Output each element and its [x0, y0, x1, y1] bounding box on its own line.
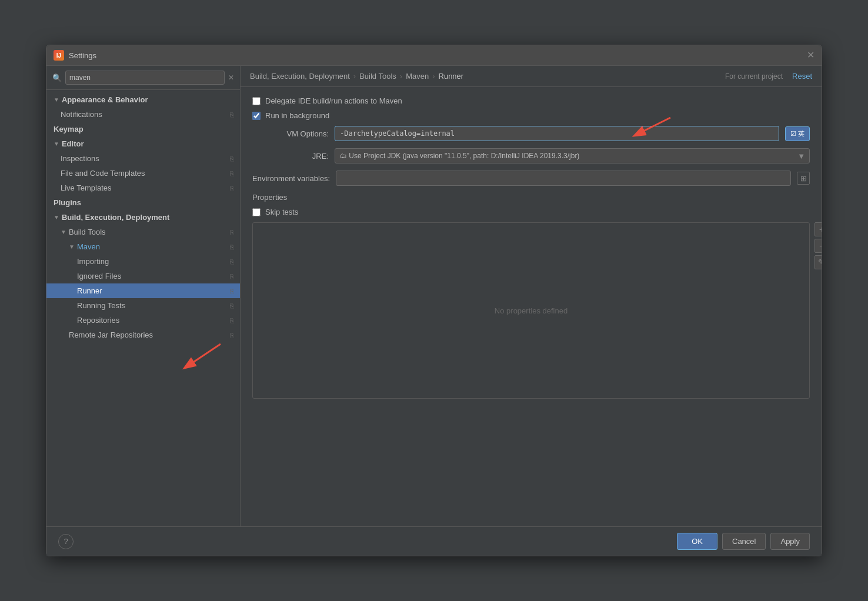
remove-property-button[interactable]: −: [814, 239, 822, 253]
dialog-body: 🔍 ✕ ▼ Appearance & Behavior Notification…: [46, 66, 822, 526]
env-vars-label: Environment variables:: [252, 174, 330, 183]
breadcrumb-bar: Build, Execution, Deployment › Build Too…: [241, 66, 822, 87]
sidebar-item-label: Importing: [77, 257, 109, 266]
main-content: Build, Execution, Deployment › Build Too…: [241, 66, 822, 526]
settings-tree: ▼ Appearance & Behavior Notifications ⎘ …: [46, 90, 240, 526]
copy-icon: ⎘: [230, 288, 234, 295]
sidebar-item-label: Build, Execution, Deployment: [62, 213, 169, 222]
sidebar-item-build-tools[interactable]: ▼ Build Tools ⎘: [46, 225, 240, 239]
no-properties-text: No properties defined: [495, 306, 567, 315]
env-vars-input[interactable]: [336, 171, 791, 186]
sidebar-item-label: Remote Jar Repositories: [69, 330, 153, 339]
sidebar-item-editor[interactable]: ▼ Editor: [46, 136, 240, 151]
vm-options-input[interactable]: [335, 126, 779, 141]
cancel-button[interactable]: Cancel: [722, 533, 766, 550]
add-property-button[interactable]: +: [814, 222, 822, 236]
delegate-label[interactable]: Delegate IDE build/run actions to Maven: [265, 96, 402, 105]
sidebar-item-inspections[interactable]: Inspections ⎘: [46, 151, 240, 166]
sidebar-item-remote-jar-repos[interactable]: Remote Jar Repositories ⎘: [46, 328, 240, 342]
delegate-checkbox[interactable]: [252, 97, 261, 105]
sidebar-item-label: Repositories: [77, 316, 119, 325]
footer-buttons: OK Cancel Apply: [677, 533, 810, 550]
for-current-project-label: For current project: [725, 72, 783, 81]
search-clear-icon[interactable]: ✕: [228, 74, 234, 82]
sidebar-item-repositories[interactable]: Repositories ⎘: [46, 313, 240, 328]
background-label[interactable]: Run in background: [265, 111, 329, 120]
breadcrumb-sep: ›: [432, 72, 435, 81]
jre-row: JRE: 🗂 Use Project JDK (java version "11…: [252, 148, 810, 163]
delegate-row: Delegate IDE build/run actions to Maven: [252, 96, 810, 105]
breadcrumb-sep: ›: [353, 72, 356, 81]
expand-icon: ▼: [54, 141, 59, 147]
sidebar-item-maven[interactable]: ▼ Maven ⎘: [46, 239, 240, 254]
edit-property-button[interactable]: ✎: [814, 255, 822, 269]
breadcrumb-actions: For current project Reset: [725, 72, 812, 81]
title-bar: IJ Settings ✕: [46, 45, 822, 66]
vm-extra-button[interactable]: ☑ 英: [785, 126, 810, 141]
sidebar-item-ignored-files[interactable]: Ignored Files ⎘: [46, 269, 240, 283]
search-box: 🔍 ✕: [46, 66, 240, 90]
copy-icon: ⎘: [230, 273, 234, 280]
close-button[interactable]: ✕: [807, 51, 814, 60]
jre-label: JRE:: [252, 152, 329, 161]
sidebar-item-label: Live Templates: [61, 183, 111, 192]
apply-button[interactable]: Apply: [770, 533, 810, 550]
sidebar-item-importing[interactable]: Importing ⎘: [46, 254, 240, 269]
jre-select[interactable]: 🗂 Use Project JDK (java version "11.0.5"…: [335, 148, 810, 163]
background-checkbox[interactable]: [252, 112, 261, 120]
breadcrumb-part-3: Maven: [406, 72, 429, 81]
copy-icon: ⎘: [230, 155, 234, 162]
expand-icon: ▼: [69, 243, 75, 250]
ok-button[interactable]: OK: [677, 533, 717, 550]
sidebar-item-label: File and Code Templates: [61, 169, 145, 178]
search-input[interactable]: [65, 71, 225, 85]
sidebar: 🔍 ✕ ▼ Appearance & Behavior Notification…: [46, 66, 241, 526]
properties-section-title: Properties: [252, 193, 810, 202]
properties-toolbar: + − ✎: [814, 222, 822, 269]
expand-icon: ▼: [54, 96, 59, 103]
sidebar-item-file-code-templates[interactable]: File and Code Templates ⎘: [46, 166, 240, 181]
env-vars-edit-button[interactable]: ⊞: [797, 172, 810, 185]
sidebar-item-live-templates[interactable]: Live Templates ⎘: [46, 181, 240, 195]
sidebar-item-running-tests[interactable]: Running Tests ⎘: [46, 298, 240, 313]
content-area: Delegate IDE build/run actions to Maven …: [241, 87, 822, 526]
sidebar-item-appearance[interactable]: ▼ Appearance & Behavior: [46, 92, 240, 107]
app-icon: IJ: [54, 50, 64, 61]
copy-icon: ⎘: [230, 170, 234, 177]
expand-icon: ▼: [54, 214, 59, 221]
skip-tests-checkbox[interactable]: [252, 208, 261, 216]
copy-icon: ⎘: [230, 111, 234, 118]
sidebar-item-keymap[interactable]: Keymap: [46, 122, 240, 136]
reset-button[interactable]: Reset: [792, 72, 812, 81]
vm-options-input-container: [335, 126, 779, 141]
sidebar-item-label: Plugins: [54, 198, 81, 207]
dialog-title: Settings: [69, 51, 96, 60]
sidebar-item-label: Runner: [77, 286, 102, 295]
skip-tests-label[interactable]: Skip tests: [265, 208, 298, 216]
search-icon: 🔍: [52, 74, 62, 82]
sidebar-item-notifications[interactable]: Notifications ⎘: [46, 107, 240, 122]
sidebar-item-plugins[interactable]: Plugins: [46, 195, 240, 210]
vm-options-row: VM Options: ☑ 英: [252, 126, 810, 141]
breadcrumb: Build, Execution, Deployment › Build Too…: [250, 72, 463, 81]
sidebar-item-label: Notifications: [61, 110, 102, 119]
copy-icon: ⎘: [230, 302, 234, 309]
copy-icon: ⎘: [230, 317, 234, 324]
help-button[interactable]: ?: [58, 534, 74, 549]
copy-icon: ⎘: [230, 332, 234, 339]
sidebar-item-label: Running Tests: [77, 301, 125, 310]
sidebar-item-build-exec-deploy[interactable]: ▼ Build, Execution, Deployment: [46, 210, 240, 225]
breadcrumb-part-4: Runner: [439, 72, 464, 81]
properties-section: No properties defined + − ✎: [252, 222, 810, 399]
title-bar-left: IJ Settings: [54, 50, 96, 61]
sidebar-item-runner[interactable]: Runner ⎘: [46, 283, 240, 298]
sidebar-item-label: Keymap: [54, 125, 84, 133]
breadcrumb-part-2: Build Tools: [359, 72, 396, 81]
dialog-footer: ? OK Cancel Apply: [46, 526, 822, 556]
sidebar-item-label: Maven: [77, 242, 100, 251]
breadcrumb-sep: ›: [400, 72, 402, 81]
sidebar-item-label: Build Tools: [69, 228, 106, 236]
sidebar-item-label: Appearance & Behavior: [62, 95, 148, 104]
skip-tests-row: Skip tests: [252, 208, 810, 216]
copy-icon: ⎘: [230, 185, 234, 192]
